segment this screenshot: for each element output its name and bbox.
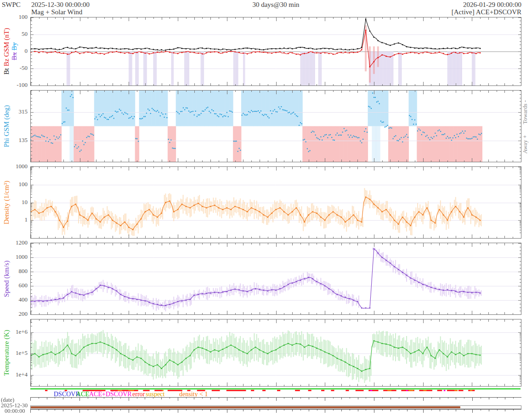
temperature-ytick-1e+5: 1e+5	[0, 349, 28, 357]
axis-start-time: 00:00:00	[5, 408, 25, 415]
swpc-solar-wind-dashboard: { "header": { "app": "SWPC", "start_date…	[0, 0, 532, 416]
phi-axis-label: Phi GSM (deg)	[3, 90, 11, 162]
speed-ytick-400: 400	[0, 296, 28, 303]
mag-ytick-50: 50	[0, 30, 28, 38]
speed-ytick-1200: 1200	[0, 239, 28, 246]
temperature-panel	[30, 319, 521, 387]
phi-ytick-135: 135	[0, 137, 28, 144]
phi-ytick-315: 315	[0, 108, 28, 115]
speed-ytick-200: 200	[0, 310, 28, 318]
mag-ytick--50: -50	[0, 64, 28, 72]
date-axis-upper-ticks	[30, 397, 521, 402]
density-ytick-100: 100	[0, 181, 28, 188]
speed-panel	[30, 243, 521, 315]
mag-panel	[30, 17, 521, 86]
speed-ytick-800: 800	[0, 268, 28, 275]
density-panel-canvas	[31, 167, 521, 238]
temperature-panel-canvas	[31, 319, 521, 386]
time-range-selector-bar[interactable]	[31, 406, 460, 408]
density-ytick-10: 10	[0, 199, 28, 206]
date-axis-lower-ticks	[30, 409, 521, 414]
speed-ytick-600: 600	[0, 282, 28, 289]
time-range-selector-track[interactable]	[30, 405, 521, 409]
temperature-ytick-1e+6: 1e+6	[0, 328, 28, 336]
speed-panel-canvas	[31, 243, 521, 314]
legend: DSCOVRACEACE+DSCOVRerrorsuspectdensity <…	[30, 391, 521, 398]
source-status: [Active] ACE+DSCOVR	[30, 8, 521, 16]
mag-ytick--100: -100	[0, 81, 28, 89]
density-ytick-1: 1	[0, 216, 28, 223]
mag-ytick-100: 100	[0, 13, 28, 21]
speed-ytick-1000: 1000	[0, 253, 28, 261]
phi-away-label: Away +	[521, 109, 529, 180]
phi-panel-canvas	[31, 91, 521, 162]
density-panel	[30, 166, 521, 239]
density-ytick-1000: 1000	[0, 163, 28, 170]
phi-panel	[30, 90, 521, 162]
mag-ytick-0: 0	[0, 47, 28, 55]
temperature-ytick-1e+4: 1e+4	[0, 371, 28, 378]
mag-panel-canvas	[31, 17, 521, 85]
range-end-datetime: 2026-01-29 00:00:00	[30, 1, 521, 9]
app-title: SWPC	[2, 1, 21, 9]
